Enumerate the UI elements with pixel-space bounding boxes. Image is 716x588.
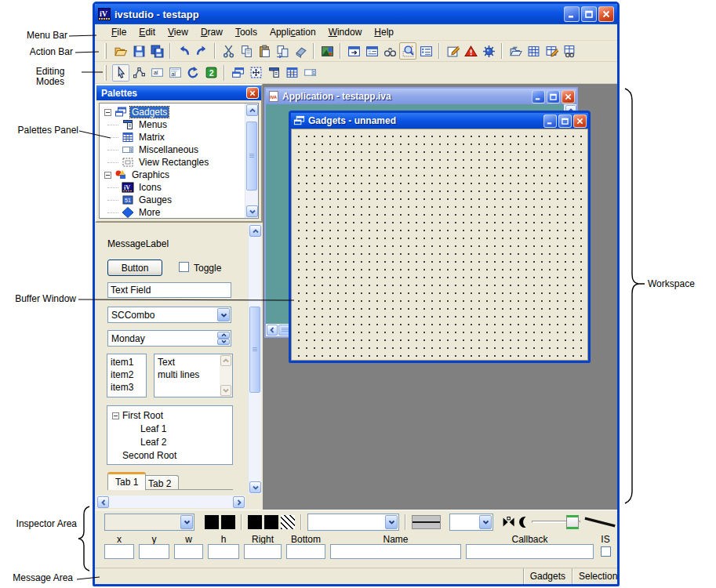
tree-panel-button[interactable]	[417, 42, 434, 60]
arrow-style-icon[interactable]	[502, 516, 515, 528]
bottom-field[interactable]	[286, 544, 325, 559]
tree-item-gadgets[interactable]: Gadgets	[104, 106, 245, 118]
menu-tools[interactable]: Tools	[230, 25, 263, 39]
callback-field[interactable]	[466, 544, 594, 559]
w-field[interactable]	[174, 544, 203, 559]
active-layer-mode-button[interactable]: 2	[202, 64, 220, 82]
buffer-horizontal-scrollbar[interactable]	[96, 495, 245, 508]
undo-button[interactable]	[175, 42, 192, 60]
sample-listbox[interactable]: item1 item2 item3	[107, 354, 147, 397]
edit-note-button[interactable]	[444, 42, 461, 60]
tree-item-more[interactable]: More	[104, 206, 245, 218]
cut-button[interactable]	[220, 42, 237, 60]
menu-help[interactable]: Help	[369, 25, 399, 39]
chevron-down-icon[interactable]	[180, 515, 193, 529]
scrollbar-thumb[interactable]	[246, 122, 257, 191]
menu-edit[interactable]: Edit	[133, 25, 161, 39]
tree-node-leaf1[interactable]: Leaf 1	[112, 423, 232, 436]
tree-node-second-root[interactable]: Second Root	[112, 449, 232, 463]
y-field[interactable]	[139, 544, 169, 559]
gadget-window-mode-button[interactable]	[229, 64, 246, 82]
sample-spinner[interactable]: Monday	[107, 330, 231, 347]
maximize-button[interactable]	[547, 90, 560, 103]
scroll-left-button[interactable]	[97, 496, 109, 508]
tree-node-first-root[interactable]: First Root	[112, 409, 232, 423]
gadget-menu-mode-button[interactable]	[265, 64, 282, 82]
find-button[interactable]	[381, 42, 398, 60]
line-color-swatch[interactable]	[264, 515, 278, 529]
tree-node-leaf2[interactable]: Leaf 2	[112, 436, 232, 449]
apply-panel-button[interactable]	[345, 42, 362, 60]
gadgets-title-bar[interactable]: Gadgets - unnamed	[291, 113, 588, 129]
opacity-slider[interactable]	[532, 514, 580, 531]
title-bar[interactable]: iV ivstudio - testapp	[95, 4, 617, 24]
foreground-color-swatch[interactable]	[205, 515, 219, 529]
right-field[interactable]	[244, 544, 282, 559]
label-mode-button[interactable]: al	[148, 64, 165, 82]
scroll-up-button[interactable]	[246, 104, 258, 116]
palettes-close-button[interactable]	[246, 87, 259, 99]
tree-item-icons[interactable]: iV Icons	[104, 181, 245, 194]
spin-down-button[interactable]	[217, 339, 230, 346]
tab-2[interactable]: Tab 2	[140, 475, 179, 490]
inspector-pattern-combo[interactable]	[307, 514, 399, 531]
inspect-panel-button[interactable]	[363, 42, 380, 60]
gadgets-canvas[interactable]	[291, 129, 588, 361]
application-title-bar[interactable]: IVA Application - testapp.iva	[266, 89, 576, 104]
line-thickness-preview[interactable]	[583, 515, 617, 529]
gadget-matrix-mode-button[interactable]	[283, 64, 300, 82]
open-button[interactable]	[112, 42, 129, 60]
copy-button[interactable]	[238, 42, 255, 60]
x-field[interactable]	[104, 544, 134, 559]
scroll-up-button[interactable]	[220, 355, 231, 366]
menu-draw[interactable]: Draw	[195, 25, 228, 39]
save-button[interactable]	[130, 42, 147, 60]
tree-item-graphics[interactable]: Graphics	[104, 169, 245, 181]
scroll-right-button[interactable]	[233, 496, 245, 508]
is-checkbox[interactable]	[601, 546, 611, 557]
gadget-spinbox-mode-button[interactable]	[301, 64, 318, 82]
erase-button[interactable]	[292, 42, 309, 60]
spin-up-button[interactable]	[217, 332, 230, 339]
sample-tree[interactable]: First Root Leaf 1 Leaf 2 Second Root	[107, 405, 233, 465]
chevron-down-icon[interactable]	[217, 308, 230, 321]
close-button[interactable]	[573, 114, 587, 128]
error-messages-button[interactable]	[462, 42, 479, 60]
sample-text-field[interactable]	[107, 282, 231, 298]
gadget-focus-mode-button[interactable]	[247, 64, 264, 82]
text-block-mode-button[interactable]: al	[166, 64, 184, 82]
maximize-button[interactable]	[558, 114, 572, 128]
menu-file[interactable]: File	[106, 25, 132, 39]
chevron-down-icon[interactable]	[479, 515, 492, 529]
h-field[interactable]	[208, 544, 239, 559]
toggle-checkbox[interactable]	[179, 262, 189, 272]
collapse-icon[interactable]	[104, 109, 111, 116]
minimize-button[interactable]	[532, 90, 545, 103]
scroll-down-button[interactable]	[246, 205, 258, 217]
menu-view[interactable]: View	[162, 25, 194, 39]
scrollbar-thumb[interactable]	[249, 307, 260, 393]
tree-item-matrix[interactable]: Matrix	[104, 131, 245, 143]
sample-textarea[interactable]: Text multi lines	[154, 354, 233, 397]
grid-search-button[interactable]	[561, 42, 578, 60]
duplicate-button[interactable]	[274, 42, 291, 60]
scroll-left-button[interactable]	[267, 325, 278, 336]
rotate-mode-button[interactable]	[184, 64, 202, 82]
examine-button[interactable]	[399, 42, 416, 60]
menu-window[interactable]: Window	[323, 25, 368, 39]
close-button[interactable]	[598, 6, 614, 22]
minimize-button[interactable]	[543, 114, 557, 128]
line-width-combo[interactable]	[449, 514, 493, 531]
palettes-title-bar[interactable]: Palettes	[96, 85, 261, 100]
minimize-button[interactable]	[564, 6, 580, 22]
open-panel-button[interactable]	[507, 42, 524, 60]
scroll-up-button[interactable]	[249, 225, 261, 237]
crescent-icon[interactable]	[518, 516, 529, 528]
buffer-vertical-scrollbar[interactable]	[248, 224, 261, 494]
draw-graphic-button[interactable]	[318, 42, 336, 60]
line-style-preview[interactable]	[412, 515, 441, 529]
close-button[interactable]	[562, 90, 575, 103]
grid-panel-button[interactable]	[525, 42, 542, 60]
maximize-button[interactable]	[581, 6, 597, 22]
select-mode-button[interactable]	[112, 64, 129, 82]
